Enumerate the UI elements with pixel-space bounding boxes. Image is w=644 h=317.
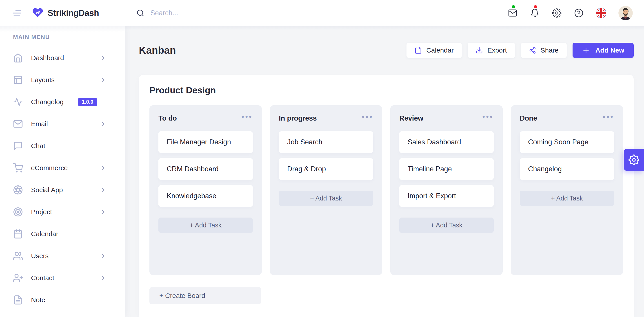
add-task-button[interactable]: + Add Task bbox=[279, 191, 373, 206]
sidebar-item-label: Layouts bbox=[31, 76, 54, 84]
task-card[interactable]: File Manager Design bbox=[158, 131, 253, 153]
mail-icon bbox=[13, 119, 23, 129]
sidebar-item-label: Social App bbox=[31, 186, 63, 194]
logo-heart-icon bbox=[32, 7, 44, 19]
sidebar-item-label: Users bbox=[31, 252, 48, 260]
sidebar-item-label: eCommerce bbox=[31, 164, 68, 172]
chevron-right-icon bbox=[100, 187, 106, 193]
column-menu-button[interactable]: ••• bbox=[482, 114, 494, 118]
target-icon bbox=[13, 207, 23, 217]
help-circle-icon bbox=[574, 8, 584, 18]
card-list: Job Search Drag & Drop + Add Task bbox=[279, 131, 373, 206]
sidebar-item-contact[interactable]: Contact bbox=[0, 267, 125, 289]
home-icon bbox=[13, 53, 23, 63]
sidebar-section-title: MAIN MENU bbox=[0, 34, 125, 41]
task-card[interactable]: Import & Export bbox=[399, 185, 494, 207]
chevron-right-icon bbox=[100, 209, 106, 215]
calendar-icon bbox=[414, 47, 422, 54]
task-card[interactable]: CRM Dashboard bbox=[158, 158, 253, 180]
avatar-image bbox=[618, 6, 633, 20]
sidebar: MAIN MENU Dashboard Layouts Changelog 1.… bbox=[0, 26, 125, 317]
messages-button[interactable] bbox=[508, 8, 518, 18]
language-selector-uk-flag[interactable] bbox=[596, 8, 606, 18]
content-area: Kanban Calendar Export Share bbox=[125, 26, 644, 317]
app-root: StrikingDash bbox=[0, 0, 644, 317]
add-new-button[interactable]: Add New bbox=[572, 43, 634, 58]
add-task-button[interactable]: + Add Task bbox=[520, 191, 614, 206]
sidebar-item-note[interactable]: Note bbox=[0, 289, 125, 311]
task-card[interactable]: Sales Dashboard bbox=[399, 131, 494, 153]
help-button[interactable] bbox=[574, 8, 584, 18]
column-title: Done bbox=[520, 114, 537, 122]
uk-flag-icon bbox=[596, 8, 606, 18]
calendar-view-button[interactable]: Calendar bbox=[406, 43, 462, 58]
sidebar-item-chat[interactable]: Chat bbox=[0, 135, 125, 157]
sidebar-item-calendar[interactable]: Calendar bbox=[0, 223, 125, 245]
sidebar-item-label: Dashboard bbox=[31, 54, 64, 62]
column-header: Review ••• bbox=[399, 114, 494, 122]
column-in-progress: In progress ••• Job Search Drag & Drop +… bbox=[270, 105, 382, 275]
sidebar-item-users[interactable]: Users bbox=[0, 245, 125, 267]
board-columns: To do ••• File Manager Design CRM Dashbo… bbox=[150, 105, 623, 275]
mail-icon bbox=[508, 8, 518, 18]
gear-icon bbox=[628, 154, 639, 165]
chevron-right-icon bbox=[100, 55, 106, 61]
download-icon bbox=[476, 47, 483, 54]
task-card[interactable]: Changelog bbox=[520, 158, 614, 180]
card-list: Sales Dashboard Timeline Page Import & E… bbox=[399, 131, 494, 233]
top-navbar: StrikingDash bbox=[0, 0, 644, 26]
theme-settings-fab[interactable] bbox=[624, 149, 644, 171]
create-board-button[interactable]: + Create Board bbox=[150, 287, 261, 304]
page-header: Kanban Calendar Export Share bbox=[139, 43, 634, 58]
task-card[interactable]: Timeline Page bbox=[399, 158, 494, 180]
sidebar-item-changelog[interactable]: Changelog 1.0.0 bbox=[0, 91, 125, 113]
add-task-button[interactable]: + Add Task bbox=[399, 218, 494, 233]
add-task-button[interactable]: + Add Task bbox=[158, 218, 253, 233]
page-title: Kanban bbox=[139, 44, 176, 56]
message-square-icon bbox=[13, 141, 23, 151]
column-menu-button[interactable]: ••• bbox=[241, 114, 253, 118]
sidebar-item-social-app[interactable]: Social App bbox=[0, 179, 125, 201]
column-menu-button[interactable]: ••• bbox=[603, 114, 614, 118]
user-plus-icon bbox=[13, 273, 23, 283]
task-card[interactable]: Coming Soon Page bbox=[520, 131, 614, 153]
share-button[interactable]: Share bbox=[521, 43, 567, 58]
column-header: In progress ••• bbox=[279, 114, 373, 122]
gear-icon bbox=[552, 8, 562, 18]
sidebar-item-layouts[interactable]: Layouts bbox=[0, 69, 125, 91]
share-button-label: Share bbox=[541, 46, 558, 54]
global-search bbox=[125, 9, 508, 17]
task-card[interactable]: Knowledgebase bbox=[158, 185, 253, 207]
column-menu-button[interactable]: ••• bbox=[362, 114, 373, 118]
sidebar-menu: Dashboard Layouts Changelog 1.0.0 Email bbox=[0, 47, 125, 311]
sidebar-item-label: Calendar bbox=[31, 230, 58, 238]
chevron-right-icon bbox=[100, 121, 106, 127]
export-button-label: Export bbox=[488, 46, 507, 54]
sidebar-toggle-button[interactable] bbox=[12, 10, 21, 16]
notifications-button[interactable] bbox=[530, 8, 540, 18]
search-input[interactable] bbox=[150, 9, 285, 17]
settings-button[interactable] bbox=[552, 8, 562, 18]
user-avatar[interactable] bbox=[618, 6, 633, 20]
task-card[interactable]: Drag & Drop bbox=[279, 158, 373, 180]
task-card[interactable]: Job Search bbox=[279, 131, 373, 153]
navbar-brand-area: StrikingDash bbox=[0, 7, 125, 19]
main-frame: MAIN MENU Dashboard Layouts Changelog 1.… bbox=[0, 26, 644, 317]
sidebar-item-label: Project bbox=[31, 208, 52, 216]
layout-icon bbox=[13, 75, 23, 85]
messages-status-dot bbox=[512, 5, 515, 8]
column-title: Review bbox=[399, 114, 423, 122]
users-icon bbox=[13, 251, 23, 261]
sidebar-item-dashboard[interactable]: Dashboard bbox=[0, 47, 125, 69]
sidebar-item-project[interactable]: Project bbox=[0, 201, 125, 223]
kanban-board: Product Design To do ••• File Manager De… bbox=[139, 75, 634, 317]
column-title: To do bbox=[158, 114, 177, 122]
app-logo[interactable]: StrikingDash bbox=[32, 7, 99, 19]
sidebar-item-ecommerce[interactable]: eCommerce bbox=[0, 157, 125, 179]
sidebar-item-label: Contact bbox=[31, 274, 54, 282]
sidebar-item-email[interactable]: Email bbox=[0, 113, 125, 135]
search-icon bbox=[136, 9, 144, 17]
card-list: File Manager Design CRM Dashboard Knowle… bbox=[158, 131, 253, 233]
column-title: In progress bbox=[279, 114, 317, 122]
export-button[interactable]: Export bbox=[468, 43, 515, 58]
